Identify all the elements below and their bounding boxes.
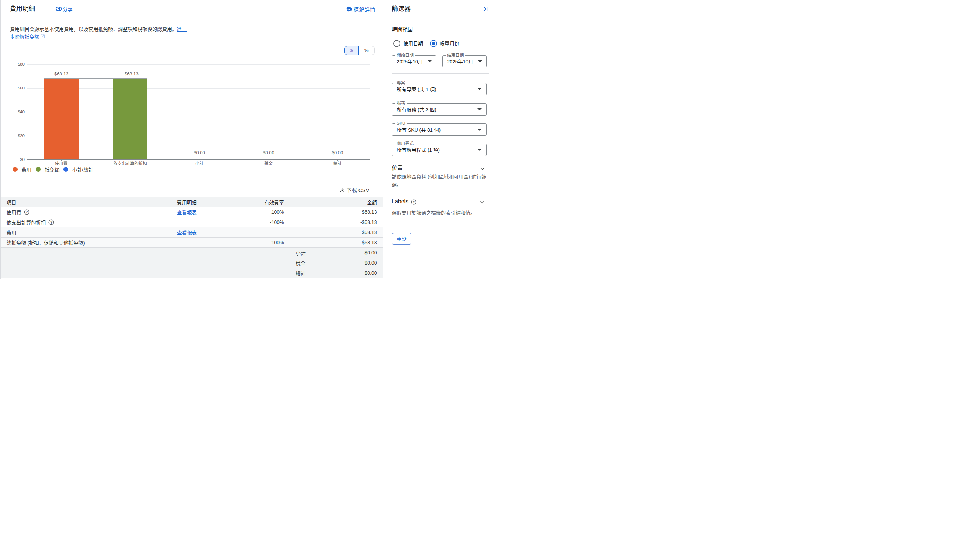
svg-text:?: ? xyxy=(50,220,52,224)
svg-text:?: ? xyxy=(25,210,27,214)
svg-text:?: ? xyxy=(413,200,414,204)
